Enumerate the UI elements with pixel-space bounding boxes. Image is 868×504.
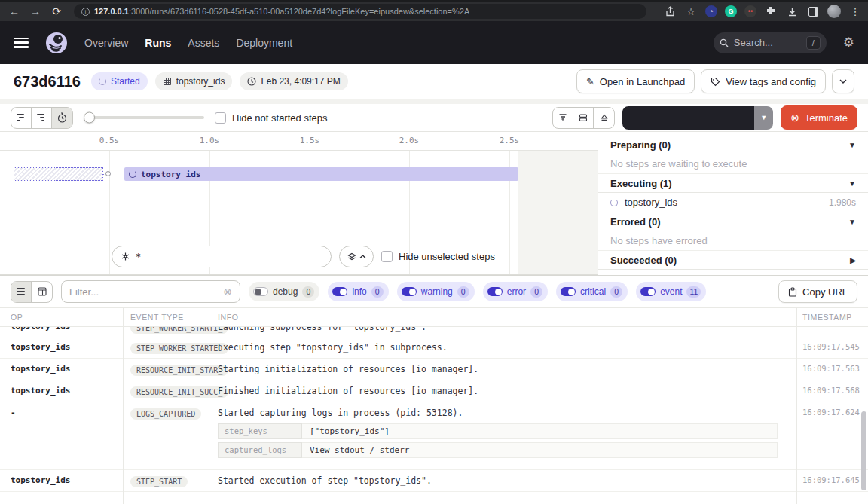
zoom-slider-handle[interactable] — [84, 112, 95, 124]
meta-key: step_keys — [218, 423, 302, 439]
log-section: ⊗ debug0 info0 warning0 error0 critical0 — [0, 275, 868, 504]
reexecute-dropdown-caret[interactable]: ▼ — [754, 106, 773, 130]
run-status-badge[interactable]: Started — [91, 72, 148, 90]
log-level-toggle-info[interactable]: info0 — [328, 282, 388, 301]
extension-clock-icon[interactable]: ◔ — [705, 5, 717, 17]
log-timestamp: 16:09:17.545 — [796, 337, 868, 356]
log-row-logs-captured[interactable]: - LOGS_CAPTURED Started capturing logs i… — [0, 402, 868, 470]
log-timestamp: 16:09:17.624 — [796, 402, 868, 421]
funnel-icon[interactable] — [553, 108, 573, 128]
col-header-op: OP — [0, 313, 123, 322]
log-level-toggle-warning[interactable]: warning0 — [397, 282, 475, 301]
global-search-input[interactable]: Search... / — [714, 32, 827, 53]
log-row[interactable]: topstory_ids STEP_WORKER_STARTED Executi… — [0, 337, 868, 359]
log-filter-input[interactable] — [69, 286, 219, 298]
back-icon[interactable]: ← — [6, 3, 23, 20]
dagster-logo[interactable] — [45, 32, 68, 54]
level-count-badge: 11 — [686, 286, 701, 298]
run-header: 673d6116 Started topstory_ids Feb 23, 4:… — [0, 64, 868, 99]
view-tags-config-button[interactable]: View tags and config — [701, 69, 826, 93]
site-info-icon[interactable]: i — [81, 8, 90, 16]
log-table-header: OP EVENT TYPE INFO TIMESTAMP — [0, 307, 868, 327]
checkbox[interactable] — [381, 251, 393, 262]
nav-item-deployment[interactable]: Deployment — [236, 37, 292, 49]
header-more-chevron-button[interactable] — [832, 69, 854, 93]
hamburger-menu-icon[interactable] — [14, 38, 29, 48]
log-level-toggle-error[interactable]: error0 — [483, 282, 548, 301]
settings-gear-icon[interactable]: ⚙ — [843, 35, 854, 50]
extension-dark-icon[interactable]: •• — [744, 5, 756, 17]
log-scrollbar-thumb[interactable] — [861, 411, 866, 490]
level-count-badge: 0 — [530, 286, 542, 298]
browser-menu-icon[interactable]: ⋮ — [848, 5, 862, 18]
share-icon[interactable] — [663, 5, 677, 18]
view-stdout-link[interactable]: View stdout / stderr — [302, 442, 778, 458]
step-selection-input[interactable]: * — [112, 246, 332, 267]
graph-query-toggle-button[interactable] — [339, 246, 374, 267]
extension-grammarly-icon[interactable]: G — [725, 5, 737, 17]
bookmark-star-icon[interactable]: ☆ — [684, 5, 698, 18]
search-shortcut-key: / — [806, 36, 821, 50]
log-op: topstory_ids — [0, 327, 123, 336]
log-level-toggle-event[interactable]: event11 — [636, 282, 706, 301]
forward-icon[interactable]: → — [27, 3, 44, 20]
log-info: Starting initialization of resources [io… — [209, 359, 796, 379]
job-tag[interactable]: topstory_ids — [155, 72, 233, 90]
dependency-node-dot — [105, 171, 111, 176]
step-waiting-box[interactable] — [14, 167, 103, 181]
terminate-button[interactable]: ⊗Terminate — [781, 105, 857, 130]
clear-filter-icon[interactable]: ⊗ — [223, 286, 232, 298]
log-level-toggle-debug[interactable]: debug0 — [249, 282, 319, 301]
expand-all-icon[interactable] — [573, 108, 594, 128]
collapse-eject-icon[interactable] — [594, 108, 614, 128]
gridline — [109, 151, 110, 274]
step-filter-segmented-control — [552, 107, 615, 129]
panel-section-errored[interactable]: Errored (0)▼ — [598, 212, 868, 231]
clock-icon — [247, 77, 256, 86]
flat-view-icon[interactable] — [11, 108, 32, 128]
open-in-launchpad-button[interactable]: ✎Open in Launchpad — [576, 69, 695, 93]
profile-avatar[interactable] — [827, 5, 841, 18]
gantt-future-region — [518, 151, 598, 274]
reexecute-button[interactable]: Re-execute (topstory_ids) — [622, 106, 754, 130]
spinner-icon — [610, 199, 618, 206]
executing-step-row[interactable]: topstory_ids 1.980s — [598, 193, 868, 212]
url-bar[interactable]: i 127.0.0.1:3000/runs/673d6116-0528-45df… — [74, 4, 646, 19]
nav-item-runs[interactable]: Runs — [145, 37, 171, 49]
hide-unselected-checkbox[interactable]: Hide unselected steps — [381, 251, 495, 262]
extensions-puzzle-icon[interactable] — [764, 5, 778, 18]
structured-view-icon[interactable] — [32, 282, 52, 302]
checkbox[interactable] — [215, 112, 226, 124]
panel-section-preparing[interactable]: Preparing (0)▼ — [598, 136, 868, 154]
nav-item-assets[interactable]: Assets — [188, 37, 219, 49]
panel-section-succeeded[interactable]: Succeeded (0)▶ — [598, 251, 868, 270]
log-row[interactable]: topstory_ids RESOURCE_INIT_SUCC_ Finishe… — [0, 380, 868, 402]
reload-icon[interactable]: ⟳ — [48, 3, 65, 20]
log-metadata-table: step_keys ["topstory_ids"] captured_logs… — [218, 423, 778, 458]
column-divider — [123, 307, 124, 504]
gantt-toolbar: Hide not started steps Re-execute (topst… — [0, 104, 868, 132]
level-count-badge: 0 — [457, 286, 469, 298]
downloads-icon[interactable] — [785, 5, 799, 18]
log-op: topstory_ids — [0, 337, 123, 356]
timed-view-icon[interactable] — [52, 108, 72, 128]
copy-url-button[interactable]: Copy URL — [778, 280, 857, 303]
log-row[interactable]: topstory_ids STEP_START Started executio… — [0, 470, 868, 492]
log-timestamp: 16:09:17.568 — [796, 380, 868, 399]
list-view-icon[interactable] — [11, 282, 32, 302]
axis-tick: 0.5s — [99, 136, 120, 145]
log-row[interactable]: topstory_ids RESOURCE_INIT_STAR_ Startin… — [0, 359, 868, 380]
hide-not-started-checkbox[interactable]: Hide not started steps — [215, 112, 327, 124]
log-timestamp: 16:09:17.563 — [796, 359, 868, 377]
panel-section-executing[interactable]: Executing (1)▼ — [598, 174, 868, 193]
axis-tick: 1.0s — [200, 136, 220, 145]
waterfall-view-icon[interactable] — [32, 108, 52, 128]
side-panel-icon[interactable] — [806, 5, 820, 18]
zoom-slider[interactable] — [84, 116, 204, 119]
nav-item-overview[interactable]: Overview — [84, 37, 128, 49]
caret-down-icon: ▼ — [848, 218, 856, 226]
log-level-toggle-critical[interactable]: critical0 — [556, 282, 628, 301]
clipped-log-row: topstory_ids STEP_WORKER_STARTI_ Launchi… — [0, 327, 868, 337]
gantt-step-bar[interactable]: topstory_ids — [124, 167, 518, 181]
gantt-controls: * Hide unselected steps — [112, 246, 495, 267]
